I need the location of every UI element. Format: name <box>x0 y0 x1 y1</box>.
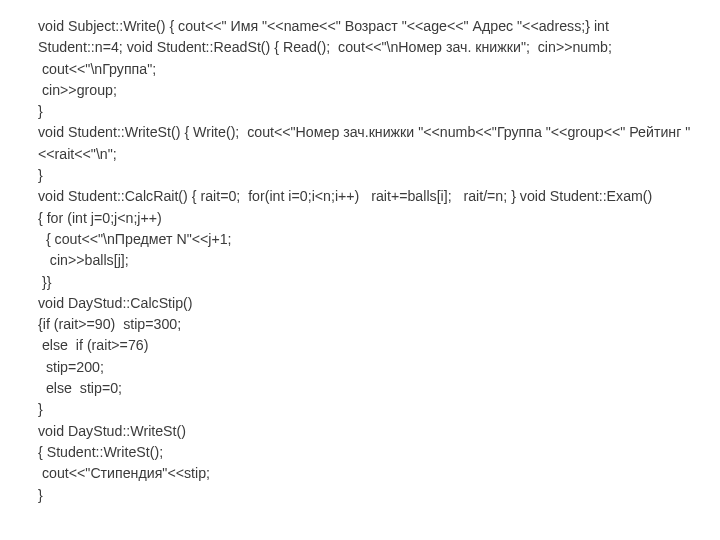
code-block: void Subject::Write() { cout<<" Имя "<<n… <box>0 0 720 540</box>
